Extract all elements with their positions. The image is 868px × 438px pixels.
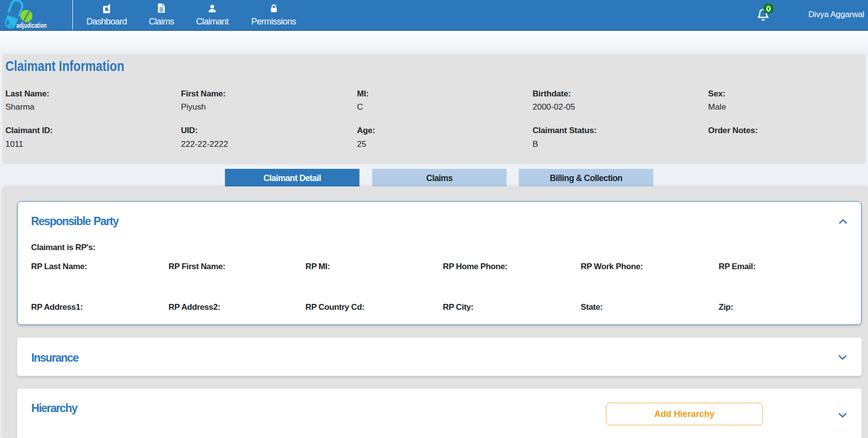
svg-text:adjudication: adjudication [17, 21, 47, 29]
